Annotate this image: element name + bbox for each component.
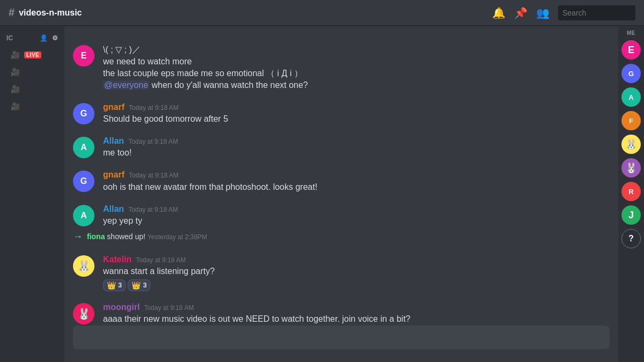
member-avatar-9[interactable]: ?: [621, 229, 641, 248]
voice-channel-3[interactable]: 🎥: [4, 82, 60, 97]
channel-name: videos-n-music: [19, 8, 82, 18]
message-author: Katelin: [103, 254, 131, 264]
message-header: Allan Today at 9:18 AM: [103, 136, 610, 146]
chat-input-box[interactable]: [73, 326, 610, 349]
reaction-crown-2[interactable]: 👑 3: [128, 279, 150, 291]
sidebar-header: ic 👤 ⚙: [0, 30, 64, 46]
message-text: me too!: [103, 147, 610, 159]
message-text-3: the last couple eps made me so emotional…: [103, 68, 610, 79]
avatar: A: [73, 205, 94, 226]
video-icon-4: 🎥: [11, 102, 20, 110]
message-text: Should be good tomorrow after 5: [103, 113, 610, 125]
notification-bell-icon[interactable]: 🔔: [492, 6, 506, 19]
avatar: G: [73, 103, 94, 124]
video-icon-2: 🎥: [11, 68, 20, 76]
channel-hash-icon: #: [9, 6, 14, 19]
message-header: gnarf Today at 9:18 AM: [103, 102, 610, 112]
message-text: wanna start a listening party?: [103, 265, 610, 277]
system-message-fiona: → fiona showed up! Yesterday at 2:38PM: [64, 229, 618, 245]
message-moongirl: 🐰 moongirl Today at 9:18 AM aaaa their n…: [64, 301, 618, 326]
member-list: ME E G A F 🐰 🐰 R J ?: [618, 26, 644, 362]
message-content: moongirl Today at 9:18 AM aaaa their new…: [103, 302, 610, 326]
chat-input-area: [64, 326, 618, 362]
member-avatar-4[interactable]: F: [621, 111, 641, 130]
member-avatar-6[interactable]: 🐰: [621, 158, 641, 178]
video-icon-3: 🎥: [11, 85, 20, 93]
reaction-crown-1[interactable]: 👑 3: [103, 279, 126, 291]
message-text-4: @everyone when do y'all wanna watch the …: [103, 79, 610, 91]
message-group-1: E \( ; ▽ ; )／ we need to watch more the …: [64, 43, 618, 92]
message-timestamp: Today at 9:18 AM: [136, 256, 186, 264]
voice-channel-2[interactable]: 🎥: [4, 64, 60, 79]
message-content: Allan Today at 9:18 AM yep yep ty: [103, 204, 610, 227]
message-text: \( ; ▽ ; )／: [103, 44, 610, 56]
add-member-icon[interactable]: 👤: [40, 34, 48, 42]
system-text: fiona showed up! Yesterday at 2:38PM: [87, 232, 207, 241]
system-timestamp: Yesterday at 2:38PM: [148, 233, 207, 241]
message-gnarf-1: G gnarf Today at 9:18 AM Should be good …: [64, 101, 618, 126]
member-avatar-8[interactable]: J: [621, 205, 641, 225]
message-content: Katelin Today at 9:18 AM wanna start a l…: [103, 254, 610, 291]
message-allan-2: A Allan Today at 9:18 AM yep yep ty: [64, 203, 618, 228]
reaction-count-1: 3: [118, 281, 122, 289]
message-text-2: we need to watch more: [103, 56, 610, 68]
message-gnarf-2: G gnarf Today at 9:18 AM ooh is that new…: [64, 168, 618, 194]
reaction-emoji-1: 👑: [107, 281, 116, 290]
voice-channel-4[interactable]: 🎥: [4, 99, 60, 114]
message-author: moongirl: [103, 302, 140, 312]
message-text: yep yep ty: [103, 215, 610, 227]
message-content: gnarf Today at 9:18 AM ooh is that new a…: [103, 169, 610, 193]
search-bar[interactable]: Search: [558, 5, 635, 20]
member-avatar-3[interactable]: A: [621, 87, 641, 107]
reaction-emoji-2: 👑: [131, 281, 141, 290]
member-list-label: ME: [627, 30, 635, 36]
message-content: \( ; ▽ ; )／ we need to watch more the la…: [103, 44, 610, 91]
message-author: Allan: [103, 136, 124, 146]
search-placeholder: Search: [562, 9, 586, 17]
message-text: ooh is that new avatar from that photosh…: [103, 181, 610, 193]
message-header: Allan Today at 9:18 AM: [103, 204, 610, 214]
message-katelin: 🐰 Katelin Today at 9:18 AM wanna start a…: [64, 253, 618, 292]
avatar: 🐰: [73, 303, 94, 324]
reaction-count-2: 3: [143, 281, 147, 289]
message-allan-1: A Allan Today at 9:18 AM me too!: [64, 135, 618, 160]
message-author: gnarf: [103, 169, 125, 180]
arrow-right-icon: →: [73, 231, 83, 242]
sidebar: ic 👤 ⚙ 🎥 LIVE 🎥 🎥 🎥: [0, 26, 64, 362]
members-icon[interactable]: 👥: [536, 6, 550, 19]
message-link: https://youtu.be/OiDx6aQ928o: [103, 325, 610, 326]
system-author: fiona: [87, 232, 105, 241]
message-timestamp: Today at 9:18 AM: [129, 172, 179, 179]
message-content: gnarf Today at 9:18 AM Should be good to…: [103, 102, 610, 125]
message-author: gnarf: [103, 102, 125, 112]
message-author: Allan: [103, 204, 124, 214]
avatar: 🐰: [73, 255, 94, 277]
channel-header: # videos-n-music 🔔 📌 👥 Search: [0, 0, 644, 26]
avatar: E: [73, 45, 94, 67]
member-avatar-1[interactable]: E: [621, 40, 641, 60]
mention: @everyone: [103, 80, 149, 90]
messages-list: E \( ; ▽ ; )／ we need to watch more the …: [64, 26, 618, 326]
avatar: G: [73, 171, 94, 192]
reactions: 👑 3 👑 3: [103, 279, 610, 291]
message-header: Katelin Today at 9:18 AM: [103, 254, 610, 264]
message-timestamp: Today at 9:18 AM: [129, 104, 179, 112]
message-timestamp: Today at 9:18 AM: [128, 138, 178, 145]
member-avatar-2[interactable]: G: [621, 64, 641, 83]
message-text: aaaa their new music video is out we NEE…: [103, 313, 610, 325]
message-timestamp: Today at 9:18 AM: [128, 206, 178, 213]
pin-icon[interactable]: 📌: [514, 6, 528, 19]
message-timestamp: Today at 9:18 AM: [144, 304, 194, 312]
header-icons: 🔔 📌 👥 Search: [492, 5, 635, 20]
video-icon: 🎥: [11, 50, 20, 59]
live-badge: LIVE: [24, 51, 41, 58]
member-avatar-7[interactable]: R: [621, 182, 641, 201]
settings-icon[interactable]: ⚙: [52, 34, 58, 42]
system-action: showed up!: [107, 232, 148, 241]
message-content: Allan Today at 9:18 AM me too!: [103, 136, 610, 159]
member-avatar-5[interactable]: 🐰: [621, 135, 641, 154]
message-header: gnarf Today at 9:18 AM: [103, 169, 610, 180]
chat-area: E \( ; ▽ ; )／ we need to watch more the …: [64, 26, 618, 362]
voice-channel-live[interactable]: 🎥 LIVE: [4, 47, 60, 62]
message-header: moongirl Today at 9:18 AM: [103, 302, 610, 312]
